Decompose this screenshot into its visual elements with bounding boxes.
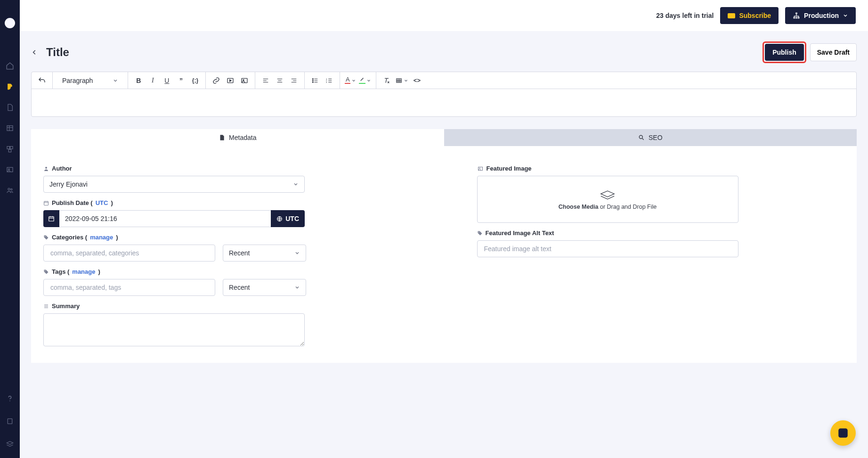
svg-rect-26	[44, 201, 49, 205]
svg-point-24	[639, 135, 642, 139]
featured-image-dropzone[interactable]: Choose Media or Drag and Drop File	[477, 176, 738, 223]
author-select[interactable]: Jerry Ejonavi	[43, 176, 305, 193]
nav-icons	[5, 61, 15, 195]
link-button[interactable]	[210, 74, 223, 87]
utc-link[interactable]: UTC	[96, 199, 108, 206]
user-icon	[43, 166, 49, 172]
table-button[interactable]	[394, 74, 409, 87]
source-code-button[interactable]: <>	[410, 74, 423, 87]
media-icon[interactable]	[5, 165, 15, 174]
manage-tags-link[interactable]: manage	[72, 268, 95, 275]
underline-button[interactable]: U	[160, 74, 173, 87]
italic-button[interactable]: I	[146, 74, 159, 87]
svg-point-29	[45, 236, 45, 237]
publish-button[interactable]: Publish	[765, 44, 804, 61]
svg-point-17	[313, 78, 314, 79]
bullet-list-button[interactable]	[308, 74, 322, 87]
alt-text-input[interactable]	[483, 241, 732, 257]
metadata-left-col: Author Jerry Ejonavi Publish Date ( UTC …	[43, 158, 477, 348]
svg-rect-13	[798, 17, 799, 18]
svg-point-25	[45, 167, 47, 169]
publish-date-input[interactable]: 2022-09-05 21:16	[59, 210, 271, 227]
users-icon[interactable]	[5, 186, 15, 195]
categories-input[interactable]	[49, 245, 209, 261]
svg-rect-1	[7, 147, 9, 149]
code-block-button[interactable]: {;}	[188, 74, 202, 87]
alt-text-label: Featured Image Alt Text	[477, 229, 845, 237]
svg-point-32	[479, 168, 480, 169]
svg-point-18	[313, 80, 314, 81]
align-center-button[interactable]	[273, 74, 286, 87]
block-style-select[interactable]: Paragraph	[57, 77, 124, 84]
tags-recent-select[interactable]: Recent	[223, 279, 306, 296]
save-draft-button[interactable]: Save Draft	[810, 43, 857, 61]
tab-seo[interactable]: SEO	[444, 129, 857, 146]
dropzone-text: Choose Media or Drag and Drop File	[559, 204, 657, 210]
blog-icon[interactable]	[5, 82, 15, 91]
calendar-icon	[43, 200, 49, 206]
ordered-list-button[interactable]: 123	[323, 74, 336, 87]
undo-button[interactable]	[35, 74, 49, 87]
svg-point-16	[243, 79, 244, 80]
side-nav	[0, 0, 20, 458]
svg-point-33	[479, 232, 479, 232]
utc-button[interactable]: UTC	[271, 210, 305, 227]
svg-rect-0	[7, 126, 13, 131]
docs-icon[interactable]	[5, 417, 15, 426]
main: 23 days left in trial Subscribe Producti…	[20, 0, 868, 458]
svg-point-30	[45, 270, 45, 271]
tab-metadata[interactable]: Metadata	[31, 129, 444, 146]
editor-content[interactable]	[32, 89, 856, 116]
editor: Paragraph B I U ” {;}	[31, 72, 857, 117]
layers-icon[interactable]	[5, 439, 15, 449]
svg-rect-10	[796, 13, 797, 14]
video-button[interactable]	[224, 74, 237, 87]
highlight-color-button[interactable]	[358, 74, 372, 87]
svg-rect-2	[10, 147, 13, 149]
page-title: Title	[46, 46, 69, 59]
avatar[interactable]	[5, 18, 15, 28]
summary-label: Summary	[43, 303, 411, 310]
align-right-button[interactable]	[287, 74, 300, 87]
tags-input[interactable]	[49, 279, 209, 295]
clear-formatting-button[interactable]	[380, 74, 393, 87]
editor-toolbar: Paragraph B I U ” {;}	[32, 72, 856, 89]
calendar-button[interactable]	[43, 210, 59, 227]
categories-label: Categories (manage)	[43, 234, 411, 241]
body: Title Publish Save Draft Paragraph	[20, 31, 868, 458]
categories-input-wrap	[43, 245, 215, 262]
manage-categories-link[interactable]: manage	[90, 234, 113, 241]
author-value: Jerry Ejonavi	[49, 180, 88, 188]
subscribe-button[interactable]: Subscribe	[720, 7, 779, 24]
chevron-down-icon	[113, 78, 118, 83]
help-icon[interactable]	[5, 394, 15, 403]
chevron-down-icon	[294, 250, 300, 256]
collections-icon[interactable]	[5, 144, 15, 154]
intercom-launcher[interactable]	[830, 420, 856, 446]
chevron-down-icon	[294, 285, 300, 290]
bold-button[interactable]: B	[132, 74, 145, 87]
top-bar: 23 days left in trial Subscribe Producti…	[20, 0, 868, 31]
media-stack-icon	[599, 188, 617, 201]
publish-date-label: Publish Date ( UTC )	[43, 199, 411, 206]
production-button[interactable]: Production	[785, 7, 856, 24]
text-color-button[interactable]: A	[344, 74, 357, 87]
image-button[interactable]	[238, 74, 251, 87]
home-icon[interactable]	[5, 61, 15, 71]
summary-textarea[interactable]	[43, 313, 305, 346]
svg-text:3: 3	[326, 81, 327, 83]
tables-icon[interactable]	[5, 123, 15, 133]
back-button[interactable]	[31, 49, 38, 56]
pages-icon[interactable]	[5, 103, 15, 112]
categories-recent-select[interactable]: Recent	[223, 245, 306, 262]
tag-icon	[43, 269, 49, 275]
align-left-button[interactable]	[259, 74, 272, 87]
nav-bottom	[5, 394, 15, 449]
search-icon	[638, 134, 645, 141]
blockquote-button[interactable]: ”	[174, 74, 187, 87]
svg-point-19	[313, 82, 314, 82]
author-label: Author	[43, 165, 411, 172]
tab-seo-label: SEO	[649, 134, 663, 141]
svg-rect-27	[49, 217, 54, 221]
file-icon	[219, 134, 225, 141]
